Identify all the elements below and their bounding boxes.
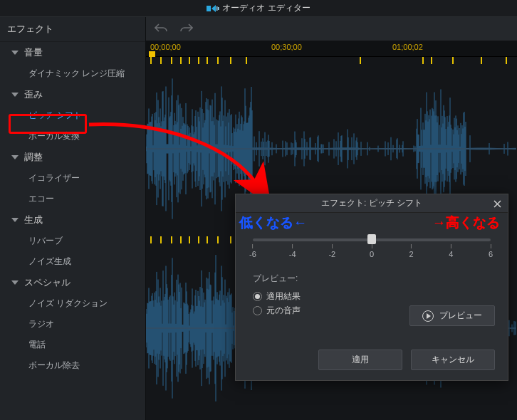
dialog-title-bar[interactable]: エフェクト: ピッチ シフト bbox=[236, 194, 508, 213]
redo-icon[interactable] bbox=[180, 23, 193, 35]
svg-rect-1 bbox=[216, 6, 218, 11]
item-radio[interactable]: ラジオ bbox=[0, 314, 145, 335]
chevron-down-icon bbox=[11, 51, 19, 55]
item-pitch-shift[interactable]: ピッチ シフト bbox=[0, 105, 145, 126]
radio-icon bbox=[253, 306, 262, 315]
preview-label: プレビュー: bbox=[253, 273, 495, 285]
chevron-down-icon bbox=[11, 93, 19, 97]
item-equalizer[interactable]: イコライザー bbox=[0, 168, 145, 189]
item-noise-reduction[interactable]: ノイズ リダクション bbox=[0, 293, 145, 314]
slider-tick: 4 bbox=[449, 244, 453, 258]
apply-button[interactable]: 適用 bbox=[318, 350, 402, 370]
ruler-tick: 01;00;02 bbox=[392, 43, 423, 51]
time-ruler[interactable]: 00;00;00 00;30;00 01;00;02 bbox=[146, 41, 517, 57]
slider-tick: -4 bbox=[289, 244, 296, 258]
group-special[interactable]: スペシャル bbox=[0, 272, 145, 293]
slider-thumb[interactable] bbox=[367, 234, 376, 244]
item-dynamic-range[interactable]: ダイナミック レンジ圧縮 bbox=[0, 63, 145, 84]
title-bar: オーディオ エディター bbox=[0, 0, 517, 17]
chevron-down-icon bbox=[11, 155, 19, 159]
group-volume[interactable]: 音量 bbox=[0, 42, 145, 63]
item-reverb[interactable]: リバーブ bbox=[0, 231, 145, 251]
sidebar-title: エフェクト bbox=[0, 17, 145, 42]
slider-tick: 6 bbox=[489, 244, 493, 258]
undo-icon[interactable] bbox=[155, 23, 167, 35]
ruler-tick: 00;30;00 bbox=[271, 43, 302, 51]
group-adjust[interactable]: 調整 bbox=[0, 147, 145, 168]
app-icon bbox=[207, 4, 218, 13]
svg-rect-0 bbox=[207, 6, 211, 11]
svg-rect-2 bbox=[218, 7, 219, 10]
pitch-shift-dialog: エフェクト: ピッチ シフト -6-4-20246 プレビュー: 適用結果 元の… bbox=[235, 194, 508, 381]
toolbar bbox=[146, 17, 517, 41]
playhead-icon[interactable] bbox=[149, 51, 155, 57]
app-title: オーディオ エディター bbox=[222, 2, 310, 14]
play-icon bbox=[422, 310, 434, 322]
group-distortion[interactable]: 歪み bbox=[0, 84, 145, 105]
radio-icon bbox=[253, 292, 262, 301]
item-phone[interactable]: 電話 bbox=[0, 335, 145, 355]
effects-sidebar: エフェクト 音量 ダイナミック レンジ圧縮 歪み ピッチ シフト ボーカル変換 … bbox=[0, 17, 146, 420]
close-icon[interactable] bbox=[491, 197, 503, 210]
slider-tick: -2 bbox=[328, 244, 335, 258]
group-generate[interactable]: 生成 bbox=[0, 209, 145, 231]
radio-applied[interactable]: 適用結果 bbox=[253, 290, 495, 303]
dialog-title: エフェクト: ピッチ シフト bbox=[321, 197, 422, 209]
chevron-down-icon bbox=[11, 280, 19, 285]
slider-tick: -6 bbox=[249, 244, 256, 258]
ruler-tick: 00;00;00 bbox=[150, 43, 181, 51]
item-vocal-transform[interactable]: ボーカル変換 bbox=[0, 126, 145, 147]
slider-tick: 2 bbox=[409, 244, 414, 258]
chevron-down-icon bbox=[11, 218, 19, 222]
cancel-button[interactable]: キャンセル bbox=[411, 350, 495, 370]
item-vocal-remove[interactable]: ボーカル除去 bbox=[0, 355, 145, 376]
pitch-slider[interactable]: -6-4-20246 bbox=[253, 238, 491, 266]
preview-button[interactable]: プレビュー bbox=[409, 305, 495, 326]
item-noise-gen[interactable]: ノイズ生成 bbox=[0, 251, 145, 272]
item-echo[interactable]: エコー bbox=[0, 189, 145, 209]
slider-tick: 0 bbox=[370, 244, 374, 258]
